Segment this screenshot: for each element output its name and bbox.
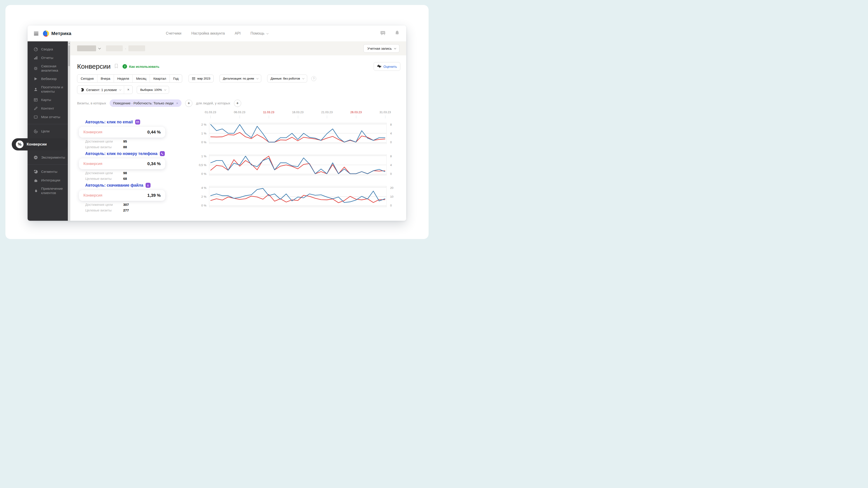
add-people-condition-button[interactable] — [234, 100, 241, 107]
download-icon — [146, 183, 151, 188]
sidebar-item-summary[interactable]: Сводка — [28, 45, 68, 54]
flame-icon — [33, 189, 38, 193]
goal-title-link[interactable]: Автоцель: клик по номеру телефона — [79, 151, 209, 156]
segment-clear-icon[interactable] — [124, 86, 132, 94]
sidebar-item-segments[interactable]: Сегменты — [28, 167, 68, 176]
svg-text:ab: ab — [35, 156, 37, 159]
y-axis-left-label: 0,5 % — [199, 163, 206, 167]
date-tick-label: 16.03.23 — [292, 110, 304, 114]
conversion-plot — [209, 186, 386, 207]
period-yesterday[interactable]: Вчера — [97, 74, 114, 83]
stat-row: Достижения цели307 — [79, 203, 209, 206]
period-year[interactable]: Год — [170, 74, 182, 83]
conversion-value: 0,44 % — [147, 130, 161, 135]
chevron-down-icon — [302, 77, 305, 79]
y-axis-right-label: 8 — [390, 155, 392, 158]
goal-title-link[interactable]: Автоцель: клик по email — [79, 120, 209, 125]
conversion-plot — [209, 123, 386, 144]
data-mode-button[interactable]: Данные: без роботов — [267, 74, 307, 83]
y-axis-right-label: 0 — [390, 204, 392, 207]
puzzle-icon — [33, 178, 38, 183]
nav-api[interactable]: API — [235, 31, 241, 35]
metrika-logo-icon[interactable] — [43, 31, 49, 37]
main-panel: · Учетная запись Конверсии Как исполь — [70, 41, 406, 221]
converge-arrows-icon — [33, 66, 38, 71]
y-axis-right-label: 10 — [390, 195, 393, 198]
date-range-button[interactable]: мар 2023 — [188, 74, 214, 83]
person-icon — [33, 87, 38, 92]
feedback-chat-icon[interactable] — [380, 30, 386, 37]
visits-condition-label: Визиты, в которых — [77, 101, 106, 105]
chip-remove-icon[interactable] — [176, 101, 178, 105]
period-quarter[interactable]: Квартал — [150, 74, 170, 83]
content-area: Конверсии Как использовать Оценить — [70, 55, 406, 215]
nav-counters[interactable]: Счетчики — [166, 31, 182, 35]
help-question-icon[interactable] — [311, 76, 316, 81]
y-axis-right-label: 0 — [390, 140, 392, 144]
account-button[interactable]: Учетная запись — [364, 44, 399, 53]
counter-selector-redacted[interactable] — [77, 45, 96, 51]
crumb-separator: · — [125, 46, 126, 51]
stat-row: Целевые визиты277 — [79, 208, 209, 212]
sidebar-item-experiments[interactable]: ab Эксперименты — [28, 153, 68, 162]
sampling-button[interactable]: Выборка: 100% — [137, 86, 169, 94]
y-axis-left-label: 4 % — [202, 186, 206, 190]
stat-row: Целевые визиты88 — [79, 145, 209, 149]
goal-row-email: Автоцель: клик по email Конверсия 0,44 % — [77, 120, 400, 149]
percent-icon: % — [16, 140, 24, 148]
hamburger-menu-icon[interactable] — [34, 32, 38, 35]
sidebar-item-reports[interactable]: Отчеты — [28, 54, 68, 62]
bookmark-icon[interactable] — [114, 64, 119, 69]
date-tick-label: 06.03.23 — [234, 110, 246, 114]
y-axis-right-label: 0 — [390, 172, 392, 175]
date-tick-label: 26.03.23 — [350, 110, 362, 114]
nav-account-settings[interactable]: Настройка аккаунта — [191, 31, 225, 35]
y-axis-right-label: 4 — [390, 132, 392, 135]
rate-button[interactable]: Оценить — [374, 62, 400, 71]
y-axis-left-label: 1 % — [202, 132, 206, 135]
date-axis: 01.03.2306.03.2311.03.2316.03.2321.03.23… — [209, 110, 386, 120]
date-tick-mark — [298, 116, 298, 119]
sidebar-item-client-acquisition[interactable]: Привлечение клиентов — [28, 185, 68, 197]
info-icon — [123, 64, 127, 69]
thumbs-rate-icon — [377, 64, 381, 69]
browser-window-icon — [33, 115, 38, 119]
scrollbar-thumb[interactable] — [68, 45, 70, 66]
segment-chip-robots[interactable]: Поведение · Роботность: Только люди — [110, 99, 182, 107]
target-icon — [33, 129, 38, 133]
conversion-card: Конверсия 0,44 % — [79, 127, 165, 138]
sidebar-item-content[interactable]: Контент — [28, 104, 68, 113]
y-axis-left-label: 0 % — [202, 204, 206, 207]
y-axis-right-label: 20 — [390, 186, 393, 190]
conversion-card: Конверсия 0,34 % — [79, 158, 165, 169]
sidebar-item-maps[interactable]: Карты — [28, 96, 68, 104]
nav-help[interactable]: Помощь — [250, 31, 268, 35]
dashboard-gauge-icon — [33, 47, 38, 52]
period-today[interactable]: Сегодня — [77, 74, 97, 83]
sidebar-item-conversions[interactable]: % Конверсии — [12, 138, 68, 151]
add-visit-condition-button[interactable] — [185, 100, 192, 107]
sidebar-item-webvisor[interactable]: Вебвизор — [28, 74, 68, 83]
y-axis-left-label: 2 % — [202, 195, 206, 198]
sidebar-item-goals[interactable]: Цели — [28, 127, 68, 135]
segment-button[interactable]: Сегмент: 1 условие — [77, 86, 124, 94]
date-tick-mark — [385, 116, 385, 119]
sidebar-item-integrations[interactable]: Интеграции — [28, 176, 68, 185]
goal-row-phone: Автоцель: клик по номеру телефона Конвер… — [77, 151, 400, 181]
how-to-use-link[interactable]: Как использовать — [123, 64, 159, 69]
layout-columns-icon — [33, 98, 38, 102]
stat-row: Достижения цели98 — [79, 171, 209, 175]
plot-wrap: 2 %1 %0 %840 — [209, 123, 386, 149]
goal-title-link[interactable]: Автоцель: скачивание файла — [79, 183, 209, 188]
detail-level-button[interactable]: Детализация: по дням — [219, 74, 261, 83]
period-month[interactable]: Месяц — [133, 74, 150, 83]
notifications-bell-icon[interactable] — [395, 30, 400, 37]
chevron-down-icon — [394, 47, 396, 49]
sidebar-item-visitors[interactable]: Посетители и клиенты — [28, 83, 68, 96]
conversion-plot — [209, 154, 386, 175]
period-week[interactable]: Неделя — [114, 74, 133, 83]
sidebar-scrollbar[interactable] — [68, 41, 70, 221]
sidebar-item-my-reports[interactable]: Мои отчеты — [28, 113, 68, 121]
sidebar-item-cross-analytics[interactable]: Сквозная аналитика — [28, 62, 68, 74]
counter-name-redacted — [106, 45, 123, 51]
